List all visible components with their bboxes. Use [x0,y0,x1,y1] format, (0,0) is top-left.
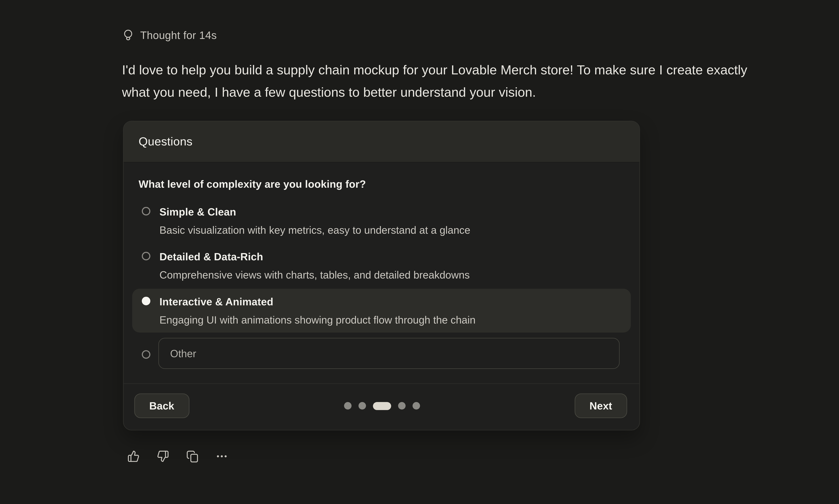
pagination-dot [358,402,366,410]
questions-card-header: Questions [124,121,640,162]
more-options-button[interactable] [215,450,228,463]
questions-card-footer: Back Next [124,384,640,418]
questions-card: Questions What level of complexity are y… [123,121,640,430]
option-interactive-animated[interactable]: Interactive & Animated Engaging UI with … [132,289,631,332]
questions-card-body: What level of complexity are you looking… [124,162,640,369]
thumbs-down-button[interactable] [156,450,169,463]
thought-label: Thought for 14s [140,29,217,42]
thumbs-up-button[interactable] [127,450,140,463]
radio-icon[interactable] [142,350,151,359]
question-text: What level of complexity are you looking… [139,178,631,191]
radio-icon[interactable] [142,207,151,216]
option-other[interactable] [132,334,631,369]
lightbulb-icon [123,29,134,42]
pagination-dots [344,402,420,410]
option-simple-clean[interactable]: Simple & Clean Basic visualization with … [132,199,631,243]
message-actions [127,450,228,463]
radio-icon[interactable] [142,297,151,305]
thought-summary[interactable]: Thought for 14s [123,29,217,42]
option-description: Basic visualization with key metrics, ea… [159,223,470,236]
option-label: Simple & Clean [159,205,470,218]
assistant-message-text: I'd love to help you build a supply chai… [122,59,756,104]
pagination-dot [412,402,420,410]
pagination-dot [398,402,405,410]
copy-icon [186,450,198,462]
pagination-dot [344,402,351,410]
chat-message-view: Thought for 14s I'd love to help you bui… [0,0,839,504]
other-option-input[interactable] [158,338,620,369]
card-title: Questions [139,135,192,148]
back-button[interactable]: Back [134,393,189,418]
pagination-dot-active [373,402,391,410]
next-button[interactable]: Next [575,393,627,418]
option-label: Interactive & Animated [159,295,476,308]
option-description: Engaging UI with animations showing prod… [159,313,476,326]
option-description: Comprehensive views with charts, tables,… [159,268,470,281]
ellipsis-icon [215,450,228,462]
radio-icon[interactable] [142,252,151,260]
thumbs-up-icon [127,450,139,462]
option-label: Detailed & Data-Rich [159,250,470,263]
option-detailed-data-rich[interactable]: Detailed & Data-Rich Comprehensive views… [132,244,631,288]
copy-button[interactable] [186,450,199,463]
thumbs-down-icon [157,450,169,462]
